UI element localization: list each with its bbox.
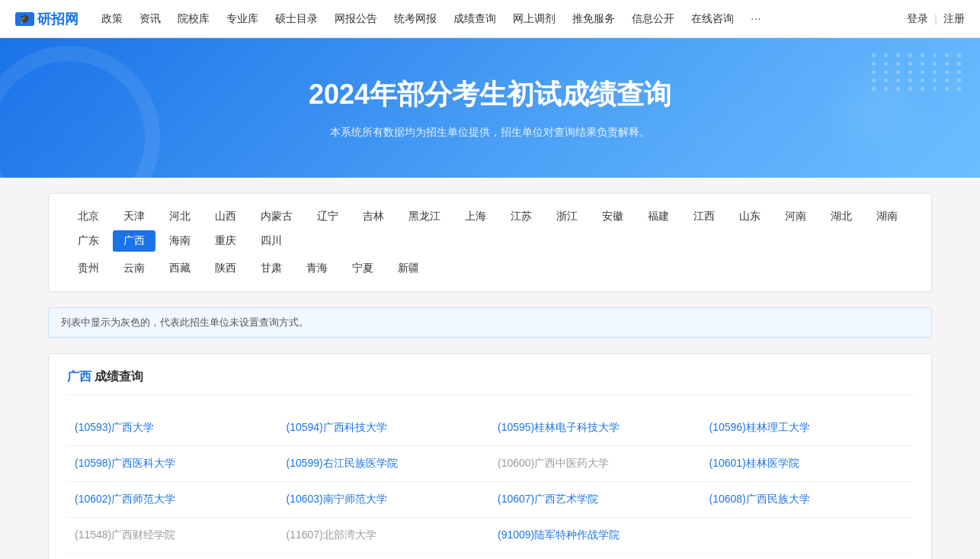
main-content: 北京天津河北山西内蒙古辽宁吉林黑龙江上海江苏浙江安徽福建江西山东河南湖北湖南广东…	[33, 178, 947, 559]
college-link-9[interactable]: (10603)南宁师范大学	[287, 493, 387, 505]
region-row-2: 贵州云南西藏陕西甘肃青海宁夏新疆	[67, 258, 913, 279]
region-btn-湖北[interactable]: 湖北	[820, 206, 863, 227]
navbar: 🎓 研招网 政策资讯院校库专业库硕士目录网报公告统考网报成绩查询网上调剂推免服务…	[0, 0, 980, 38]
region-btn-江西[interactable]: 江西	[683, 206, 725, 227]
hero-title: 2024年部分考生初试成绩查询	[15, 76, 965, 114]
notice-text: 列表中显示为灰色的，代表此招生单位未设置查询方式。	[61, 316, 309, 328]
region-btn-青海[interactable]: 青海	[296, 258, 338, 279]
region-btn-贵州[interactable]: 贵州	[67, 258, 110, 279]
region-btn-吉林[interactable]: 吉林	[352, 206, 395, 227]
results-cell-2[interactable]: (10595)桂林电子科技大学	[490, 410, 702, 446]
nav-item-0[interactable]: 政策	[101, 12, 123, 26]
region-btn-山东[interactable]: 山东	[729, 206, 771, 227]
region-btn-上海[interactable]: 上海	[454, 206, 497, 227]
nav-item-6[interactable]: 统考网报	[394, 12, 437, 26]
results-title-suffix: 成绩查询	[94, 370, 143, 383]
region-btn-西藏[interactable]: 西藏	[159, 258, 201, 279]
region-btn-四川[interactable]: 四川	[250, 230, 293, 252]
results-cell-1[interactable]: (10594)广西科技大学	[279, 410, 491, 446]
hero-dot	[896, 53, 900, 57]
college-link-10[interactable]: (10607)广西艺术学院	[498, 493, 598, 505]
region-btn-陕西[interactable]: 陕西	[204, 258, 247, 279]
results-cell-13: (11607)北部湾大学	[279, 518, 491, 554]
nav-more[interactable]: ···	[751, 12, 761, 26]
college-link-0[interactable]: (10593)广西大学	[75, 421, 154, 433]
nav-item-3[interactable]: 专业库	[226, 12, 258, 26]
college-link-8[interactable]: (10602)广西师范大学	[75, 493, 175, 505]
nav-sep: |	[934, 13, 937, 25]
region-btn-山西[interactable]: 山西	[204, 206, 247, 227]
region-btn-广东[interactable]: 广东	[67, 230, 110, 252]
nav-item-9[interactable]: 推免服务	[572, 12, 615, 26]
region-btn-北京[interactable]: 北京	[67, 206, 110, 227]
college-link-7[interactable]: (10601)桂林医学院	[709, 457, 799, 469]
hero-dot	[921, 62, 924, 66]
region-btn-新疆[interactable]: 新疆	[387, 258, 430, 279]
results-cell-14[interactable]: (91009)陆军特种作战学院	[490, 518, 702, 554]
region-btn-内蒙古[interactable]: 内蒙古	[250, 206, 303, 227]
region-btn-黑龙江[interactable]: 黑龙江	[398, 206, 451, 227]
nav-item-4[interactable]: 硕士目录	[275, 12, 318, 26]
college-link-11[interactable]: (10608)广西民族大学	[709, 493, 810, 505]
nav-item-2[interactable]: 院校库	[178, 12, 210, 26]
results-cell-10[interactable]: (10607)广西艺术学院	[490, 482, 702, 518]
hero-dot	[933, 53, 937, 57]
hero-dot	[908, 53, 912, 57]
region-btn-辽宁[interactable]: 辽宁	[306, 206, 349, 227]
region-btn-海南[interactable]: 海南	[159, 230, 201, 252]
hero-dot	[921, 70, 924, 74]
hero-dot	[872, 62, 876, 66]
region-btn-云南[interactable]: 云南	[113, 258, 155, 279]
nav-item-5[interactable]: 网报公告	[335, 12, 377, 26]
region-row-1: 北京天津河北山西内蒙古辽宁吉林黑龙江上海江苏浙江安徽福建江西山东河南湖北湖南广东…	[67, 206, 913, 252]
region-btn-广西[interactable]: 广西	[113, 230, 155, 252]
login-link[interactable]: 登录	[907, 12, 928, 26]
hero-dot	[884, 70, 888, 74]
hero-dot	[896, 70, 900, 74]
hero-dot	[884, 53, 888, 57]
nav-item-8[interactable]: 网上调剂	[513, 12, 556, 26]
nav-item-10[interactable]: 信息公开	[632, 12, 674, 26]
region-btn-江苏[interactable]: 江苏	[500, 206, 543, 227]
hero-dot	[908, 62, 912, 66]
hero-dot	[945, 70, 949, 74]
results-cell-6: (10600)广西中医药大学	[490, 446, 702, 482]
college-link-1[interactable]: (10594)广西科技大学	[287, 421, 387, 433]
results-cell-4[interactable]: (10598)广西医科大学	[67, 446, 279, 482]
college-link-5[interactable]: (10599)右江民族医学院	[287, 457, 398, 469]
region-btn-安徽[interactable]: 安徽	[591, 206, 634, 227]
region-btn-重庆[interactable]: 重庆	[204, 230, 247, 252]
college-link-2[interactable]: (10595)桂林电子科技大学	[498, 421, 620, 433]
nav-item-11[interactable]: 在线咨询	[691, 12, 734, 26]
results-cell-9[interactable]: (10603)南宁师范大学	[279, 482, 491, 518]
results-cell-3[interactable]: (10596)桂林理工大学	[702, 410, 914, 446]
logo-text: 研招网	[37, 10, 78, 28]
results-cell-7[interactable]: (10601)桂林医学院	[702, 446, 914, 482]
region-btn-甘肃[interactable]: 甘肃	[250, 258, 293, 279]
college-link-14[interactable]: (91009)陆军特种作战学院	[498, 528, 620, 541]
results-cell-8[interactable]: (10602)广西师范大学	[67, 482, 279, 518]
results-cell-11[interactable]: (10608)广西民族大学	[702, 482, 914, 518]
register-link[interactable]: 注册	[943, 12, 965, 26]
hero-dot	[896, 62, 900, 66]
results-cell-5[interactable]: (10599)右江民族医学院	[279, 446, 491, 482]
hero-dot	[933, 70, 937, 74]
region-btn-福建[interactable]: 福建	[637, 206, 680, 227]
results-grid: (10593)广西大学(10594)广西科技大学(10595)桂林电子科技大学(…	[67, 410, 913, 554]
region-btn-天津[interactable]: 天津	[113, 206, 155, 227]
college-link-4[interactable]: (10598)广西医科大学	[75, 457, 175, 469]
results-cell-0[interactable]: (10593)广西大学	[67, 410, 279, 446]
region-btn-河南[interactable]: 河南	[774, 206, 817, 227]
region-btn-浙江[interactable]: 浙江	[546, 206, 588, 227]
region-btn-河北[interactable]: 河北	[159, 206, 201, 227]
nav-item-1[interactable]: 资讯	[139, 12, 161, 26]
logo-icon: 🎓	[15, 12, 34, 26]
college-link-3[interactable]: (10596)桂林理工大学	[709, 421, 810, 433]
region-btn-宁夏[interactable]: 宁夏	[341, 258, 384, 279]
region-btn-湖南[interactable]: 湖南	[866, 206, 908, 227]
nav-item-7[interactable]: 成绩查询	[453, 12, 496, 26]
hero-dot	[884, 62, 888, 66]
hero-dot	[872, 70, 876, 74]
site-logo[interactable]: 🎓 研招网	[15, 10, 78, 28]
results-cell-12: (11548)广西财经学院	[67, 518, 279, 554]
